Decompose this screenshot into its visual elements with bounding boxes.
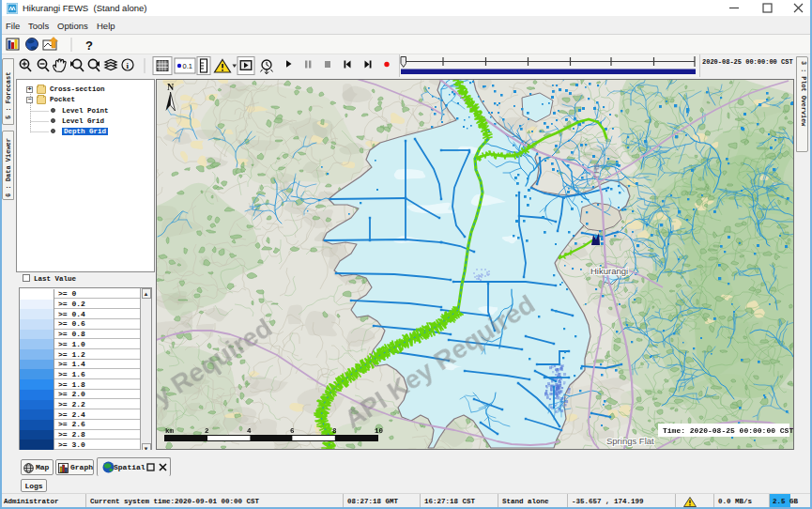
svg-text:Time: 2020-08-25 00:00:00 CST: Time: 2020-08-25 00:00:00 CST <box>663 426 793 435</box>
svg-text:?: ? <box>85 39 93 53</box>
svg-text:10: 10 <box>375 427 384 435</box>
svg-text:2020-08-25 00:00:00 CST: 2020-08-25 00:00:00 CST <box>702 58 793 66</box>
svg-text:2: 2 <box>205 427 209 435</box>
svg-text:SH 1: SH 1 <box>592 163 601 179</box>
svg-text:0.1: 0.1 <box>183 62 192 70</box>
svg-text:i: i <box>127 61 130 70</box>
svg-text:4: 4 <box>247 427 252 435</box>
svg-text:N: N <box>167 82 175 92</box>
svg-text:6: 6 <box>290 427 295 435</box>
svg-text:Hikurangi: Hikurangi <box>590 266 628 276</box>
svg-text:8: 8 <box>332 427 337 435</box>
svg-text:Springs Flat: Springs Flat <box>606 436 654 446</box>
svg-text:km: km <box>165 427 175 435</box>
